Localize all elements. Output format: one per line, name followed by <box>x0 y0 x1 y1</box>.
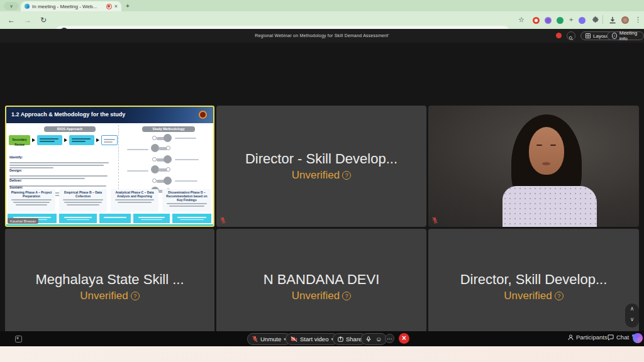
zoom-level-button[interactable] <box>567 31 575 40</box>
tab-title: In meeting - Meeting - Web... <box>32 4 104 9</box>
unmute-button[interactable]: Unmute ▾ <box>247 333 291 345</box>
participant-name: N BANDANA DEVI <box>216 272 426 288</box>
meeting-info-button[interactable]: i Meeting info <box>607 31 644 40</box>
layout-grid-icon <box>586 33 591 38</box>
meeting-title: Regional Webinar on Methodology for Skil… <box>0 33 644 38</box>
phase-box-c: Analytical Phase C – Data Analysis and R… <box>111 189 158 212</box>
layout-label: Layout <box>593 33 608 39</box>
phase-box-a: Planning Phase A – Project Preparation <box>8 189 55 212</box>
meeting-header: Regional Webinar on Methodology for Skil… <box>0 29 644 43</box>
slide-bottom-strip <box>6 224 213 226</box>
flow-box-4 <box>101 135 118 145</box>
browser-tab[interactable]: In meeting - Meeting - Web... × <box>21 1 121 11</box>
more-options-button[interactable]: ⋯ <box>385 334 394 343</box>
stat-bar <box>59 214 97 223</box>
tab-close-icon[interactable]: × <box>114 3 118 9</box>
screen: ∨ In meeting - Meeting - Web... × + ← → … <box>0 0 644 362</box>
more-icon: ⋯ <box>387 336 392 342</box>
stat-bar <box>99 214 131 223</box>
meeting-info-label: Meeting info <box>619 30 639 41</box>
idos-approach-header: IDOS Approach <box>44 126 96 132</box>
participant-video-tile[interactable] <box>428 106 639 227</box>
panel-toggle-icon[interactable] <box>15 336 22 343</box>
phase-box-b: Empirical Phase B – Data Collection <box>59 189 107 212</box>
leave-meeting-button[interactable]: × <box>399 333 409 344</box>
info-icon: i <box>612 33 617 39</box>
extension-red-icon[interactable] <box>533 17 540 24</box>
camera-off-icon <box>291 336 297 342</box>
video-person-body <box>502 186 597 227</box>
extensions-puzzle-icon[interactable] <box>591 16 599 24</box>
reload-button[interactable]: ↻ <box>40 16 47 25</box>
record-reactions-group[interactable]: ☺ <box>361 333 387 345</box>
apps-bubble-icon[interactable] <box>633 333 643 343</box>
mic-muted-icon <box>252 336 258 343</box>
video-grid: 1.2 Approach & Methodology for the study… <box>0 43 644 331</box>
chat-button[interactable]: Chat <box>608 334 635 341</box>
download-icon[interactable] <box>609 16 616 24</box>
phase-title: Analytical Phase C – Data Analysis and R… <box>113 190 157 198</box>
shared-content-tile[interactable]: 1.2 Approach & Methodology for the study… <box>5 106 214 227</box>
participant-tile-director[interactable]: Director - Skill Develop... Unverified? <box>216 106 426 227</box>
flow-arrow-icon <box>64 138 67 142</box>
new-tab-button[interactable]: + <box>126 3 130 9</box>
flow-arrow-icon <box>32 138 35 142</box>
study-methodology-header: Study Methodology <box>142 126 195 132</box>
participant-name: Director - Skill Develop... <box>216 151 426 167</box>
page-up-icon[interactable]: ∧ <box>625 304 639 314</box>
unverified-label: Unverified <box>292 169 340 181</box>
share-label: Share <box>346 336 362 343</box>
page-down-icon[interactable]: ∨ <box>625 314 639 325</box>
start-video-button[interactable]: Start video ▾ <box>286 333 338 345</box>
question-badge-icon[interactable]: ? <box>555 292 564 300</box>
browser-tab-strip: ∨ In meeting - Meeting - Web... × + <box>0 0 644 11</box>
grid-page-control[interactable]: ∧ ∨ <box>625 304 639 327</box>
profile-avatar[interactable] <box>621 16 629 24</box>
muted-mic-icon <box>220 217 226 224</box>
unverified-label: Unverified <box>80 290 128 302</box>
extension-purple-circle-icon[interactable] <box>579 17 586 24</box>
extension-purple-flower-icon[interactable] <box>545 17 552 24</box>
unverified-status: Unverified? <box>5 290 214 302</box>
windows-taskbar: 85°F Haze T ∧ ENG IN 12:10 13- <box>0 346 644 362</box>
tab-search-button[interactable]: ∨ <box>4 2 19 10</box>
phase-title: Planning Phase A – Project Preparation <box>9 190 53 198</box>
video-person-lips <box>542 162 550 165</box>
question-badge-icon[interactable]: ? <box>342 171 351 180</box>
participant-name: Director, Skill Develop... <box>428 272 639 288</box>
record-icon[interactable] <box>366 336 371 343</box>
start-video-label: Start video <box>300 336 328 343</box>
unverified-status: Unverified? <box>216 290 426 302</box>
recording-dot-icon <box>556 33 562 38</box>
video-person-eye <box>536 145 542 146</box>
webex-favicon-icon <box>25 4 30 9</box>
extension-plus-icon[interactable]: + <box>569 16 573 23</box>
muted-mic-icon <box>432 217 438 224</box>
participant-name: Meghalaya State Skill ... <box>5 272 214 288</box>
question-badge-icon[interactable]: ? <box>131 292 140 300</box>
slide-logo-icon <box>199 111 207 119</box>
bullet-lead: Identify: <box>9 155 23 159</box>
phase-title: Dissemination Phase D – Recommendation b… <box>164 190 209 202</box>
unverified-status: Unverified? <box>428 290 639 302</box>
toolbar-divider <box>602 15 603 24</box>
reactions-smiley-icon[interactable]: ☺ <box>375 336 382 343</box>
extension-green-icon[interactable] <box>557 17 564 24</box>
unverified-status: Unverified? <box>216 169 426 182</box>
chat-label: Chat <box>616 334 629 341</box>
slide-header: 1.2 Approach & Methodology for the study <box>6 107 213 123</box>
presenter-name-chip: Kaushal Bhawan <box>8 218 38 224</box>
flow-arrow-icon <box>96 138 99 142</box>
question-badge-icon[interactable]: ? <box>342 292 351 300</box>
forward-button[interactable]: → <box>24 16 31 25</box>
browser-menu-icon[interactable]: ⋮ <box>635 16 641 24</box>
chat-icon <box>608 334 614 341</box>
participants-icon <box>568 334 574 341</box>
bookmark-star-icon[interactable]: ☆ <box>518 16 525 24</box>
back-button[interactable]: ← <box>8 16 15 25</box>
leave-x-icon: × <box>402 334 406 343</box>
bullet-lead: Design: <box>9 168 22 172</box>
participants-button[interactable]: Participants <box>568 334 608 341</box>
stat-bar <box>133 214 170 223</box>
slide-title: 1.2 Approach & Methodology for the study <box>11 111 125 118</box>
